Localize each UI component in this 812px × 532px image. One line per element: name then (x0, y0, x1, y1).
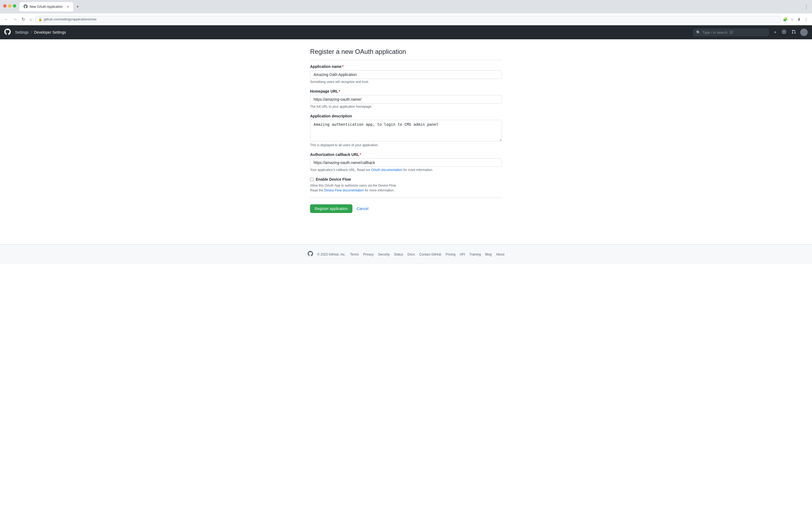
footer-link-contact-github[interactable]: Contact GitHub (419, 253, 441, 256)
app-description-hint: This is displayed to all users of your a… (310, 143, 502, 147)
search-icon: 🔍 (696, 30, 700, 34)
footer-logo (308, 251, 313, 258)
footer-link-training[interactable]: Training (469, 253, 481, 256)
homepage-url-required: * (339, 89, 340, 93)
browser-menu-button[interactable]: ⋮ (804, 4, 809, 10)
tab-favicon (24, 4, 28, 9)
traffic-lights (3, 4, 16, 8)
page-container: Register a new OAuth application Applica… (0, 39, 812, 532)
content-wrapper: Register a new OAuth application Applica… (304, 39, 508, 228)
device-flow-hint1: Allow this OAuth App to authorize users … (310, 183, 502, 187)
address-bar[interactable]: 🔒 github.com/settings/applications/new (35, 16, 780, 23)
search-shortcut: / (729, 30, 733, 34)
device-flow-docs-link[interactable]: Device Flow documentation (324, 189, 364, 192)
breadcrumb-separator: / (31, 30, 32, 34)
cancel-button[interactable]: Cancel (357, 207, 368, 211)
new-tab-button[interactable]: + (74, 3, 81, 11)
footer-link-api[interactable]: API (460, 253, 465, 256)
register-button[interactable]: Register application (310, 204, 352, 213)
browser-tabs: New OAuth Application × + (19, 2, 81, 11)
footer: © 2023 GitHub, Inc. Terms Privacy Securi… (0, 244, 812, 264)
browser-toolbar: ← → ↻ ⌂ 🔒 github.com/settings/applicatio… (0, 13, 812, 25)
device-flow-checkbox[interactable] (310, 178, 314, 181)
callback-url-hint: Your application's callback URL. Read ou… (310, 168, 502, 172)
reload-button[interactable]: ↻ (20, 16, 26, 23)
nav-actions: + (773, 29, 808, 36)
app-description-textarea[interactable]: Amazing authentication app, to login to … (310, 120, 502, 141)
footer-link-blog[interactable]: Blog (485, 253, 492, 256)
footer-link-privacy[interactable]: Privacy (363, 253, 374, 256)
search-placeholder: Type / to search (702, 30, 728, 34)
footer-link-pricing[interactable]: Pricing (446, 253, 455, 256)
traffic-light-red[interactable] (3, 4, 6, 8)
bookmark-icon[interactable]: ☆ (789, 17, 795, 22)
github-nav: Settings / Developer Settings 🔍 Type / t… (0, 25, 812, 39)
page-title: Register a new OAuth application (310, 48, 502, 60)
svg-point-1 (783, 31, 785, 33)
app-description-label: Application description (310, 114, 502, 118)
homepage-url-group: Homepage URL* The full URL to your appli… (310, 89, 502, 108)
new-item-button[interactable]: + (773, 29, 778, 36)
extensions-icon[interactable]: 🧩 (782, 17, 788, 22)
app-description-group: Application description Amazing authenti… (310, 114, 502, 147)
tab-title: New OAuth Application (30, 5, 65, 9)
download-icon[interactable]: ⬇ (796, 17, 802, 22)
current-page-label: Developer Settings (34, 30, 66, 34)
home-button[interactable]: ⌂ (28, 16, 33, 23)
github-logo[interactable] (4, 29, 11, 36)
active-tab[interactable]: New OAuth Application × (19, 2, 73, 11)
callback-url-group: Authorization callback URL* Your applica… (310, 152, 502, 172)
form-actions: Register application Cancel (310, 198, 502, 219)
tab-close-button[interactable]: × (67, 4, 69, 9)
search-bar[interactable]: 🔍 Type / to search / (693, 29, 769, 36)
traffic-light-green[interactable] (13, 4, 16, 8)
app-name-label: Application name* (310, 64, 502, 69)
traffic-light-yellow[interactable] (8, 4, 11, 8)
forward-button[interactable]: → (12, 16, 18, 23)
footer-copyright: © 2023 GitHub, Inc. (317, 253, 346, 256)
app-name-input[interactable] (310, 70, 502, 79)
back-button[interactable]: ← (3, 16, 10, 23)
callback-url-label: Authorization callback URL* (310, 152, 502, 157)
avatar[interactable] (800, 29, 808, 36)
homepage-url-label: Homepage URL* (310, 89, 502, 93)
footer-link-status[interactable]: Status (394, 253, 403, 256)
app-name-group: Application name* Something users will r… (310, 64, 502, 84)
footer-link-docs[interactable]: Docs (408, 253, 415, 256)
breadcrumb: Settings / Developer Settings (15, 30, 66, 34)
device-flow-hint2: Read the Device Flow documentation for m… (310, 189, 502, 192)
callback-url-required: * (360, 152, 361, 157)
homepage-url-input[interactable] (310, 95, 502, 104)
app-name-hint: Something users will recognize and trust… (310, 80, 502, 84)
device-flow-checkbox-group: Enable Device Flow (310, 177, 502, 181)
callback-url-input[interactable] (310, 158, 502, 167)
oauth-docs-link[interactable]: OAuth documentation (371, 168, 403, 172)
issues-icon[interactable] (781, 29, 787, 36)
footer-link-security[interactable]: Security (378, 253, 390, 256)
settings-icon[interactable]: ⋮ (803, 17, 809, 22)
footer-link-terms[interactable]: Terms (350, 253, 359, 256)
app-name-required: * (342, 64, 344, 69)
toolbar-actions: 🧩 ☆ ⬇ ⋮ (782, 17, 809, 22)
url-text: github.com/settings/applications/new (44, 17, 97, 21)
settings-link[interactable]: Settings (15, 30, 29, 34)
device-flow-group: Enable Device Flow Allow this OAuth App … (310, 177, 502, 192)
lock-icon: 🔒 (38, 17, 42, 21)
pull-requests-icon[interactable] (791, 29, 797, 36)
footer-link-about[interactable]: About (496, 253, 504, 256)
device-flow-label[interactable]: Enable Device Flow (316, 177, 351, 181)
browser-chrome: New OAuth Application × + ⋮ (0, 0, 812, 13)
homepage-url-hint: The full URL to your application homepag… (310, 105, 502, 108)
